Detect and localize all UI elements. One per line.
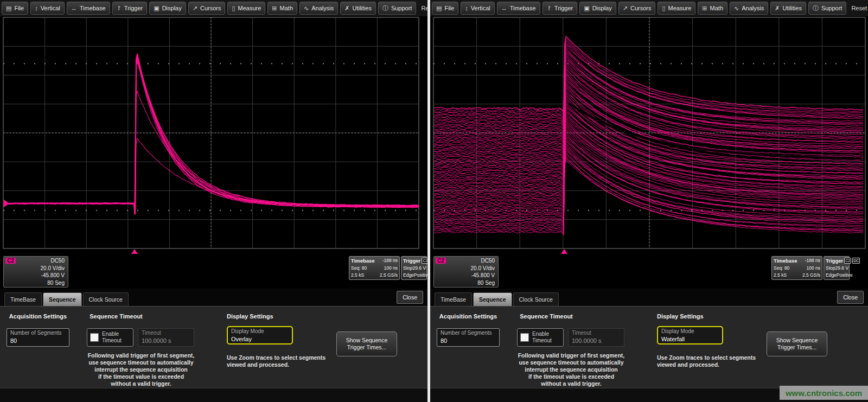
menu-button-math[interactable]: ⊞Math [698,2,727,15]
timebase-descriptor[interactable]: Timebase-188 ns Seq: 80100 ns 2.5 kS2.5 … [771,256,822,280]
menu-button-measure[interactable]: ▯Measure [227,2,265,15]
close-button[interactable]: Close [397,291,423,304]
menu-button-label: Vertical [471,5,490,11]
close-button[interactable]: Close [837,291,864,304]
menu-button-timebase[interactable]: ↔Timebase [67,2,110,15]
menu-button-utilities[interactable]: ✗Utilities [770,2,806,15]
menu-button-label: Math [280,5,293,11]
trigger-position-marker[interactable] [561,249,567,254]
display-mode-select[interactable]: Display Mode Overlay [227,326,293,344]
trigger-descriptor[interactable]: TriggerC2DC Stop29.6 V EdgePositive [824,256,850,280]
menu-button-file[interactable]: ▤File [2,2,28,15]
tab-timebase[interactable]: TimeBase [435,292,472,306]
menu-button-support[interactable]: ⓘSupport [808,2,847,15]
number-of-segments-field[interactable]: Number of Segments 80 [437,328,500,347]
menu-items: ▤File↕Vertical↔Timebase↾Trigger▣Display↗… [2,2,416,15]
cursors-icon: ↗ [623,5,628,12]
show-sequence-trigger-times-button[interactable]: Show Sequence Trigger Times... [336,331,397,356]
tab-clock-source[interactable]: Clock Source [83,292,129,306]
menu-button-label: Analysis [742,5,764,11]
sequence-timeout-header: Sequence Timeout [516,313,577,320]
math-icon: ⊞ [272,5,277,12]
menu-button-vertical[interactable]: ↕Vertical [461,2,495,15]
menu-button-file[interactable]: ▤File [432,2,458,15]
channel-descriptor[interactable]: C2 DC50 20.0 V/div -45.800 V 80 Seg [3,256,68,288]
number-of-segments-field[interactable]: Number of Segments 80 [7,328,69,347]
tab-timebase[interactable]: TimeBase [4,292,42,306]
menu-button-measure[interactable]: ▯Measure [658,2,695,15]
trigger-slope: Positive [414,272,427,279]
timeout-field-value: 100.0000 s [142,337,190,344]
menu-button-label: Measure [668,5,692,11]
tab-clock-source[interactable]: Clock Source [513,292,559,306]
acquisition-settings-header: Acquisition Settings [436,313,501,320]
oscilloscope-app: ▤File↕Vertical↔Timebase↾Trigger▣Display↗… [0,0,868,402]
measure-icon: ▯ [232,5,235,12]
show-sequence-trigger-times-button[interactable]: Show Sequence Trigger Times... [767,331,827,356]
trigger-mode: Stop [403,265,413,272]
enable-timeout-label: Enable Timeout [532,331,560,344]
trigger-level: 29.6 V [835,265,849,272]
timebase-label: Timebase [774,257,797,264]
reset-button[interactable]: Reset [848,5,868,11]
menu-button-cursors[interactable]: ↗Cursors [618,2,656,15]
menu-button-timebase[interactable]: ↔Timebase [497,2,540,15]
channel-offset: -45.800 V [41,272,65,279]
timeout-field-label: Timeout [142,330,190,336]
timeout-field: Timeout 100.0000 s [138,328,194,347]
menu-button-vertical[interactable]: ↕Vertical [30,2,65,15]
display-mode-label: Display Mode [231,328,289,335]
waveform-trace [434,54,863,129]
menu-button-analysis[interactable]: ∿Analysis [299,2,338,15]
file-icon: ▤ [436,5,442,12]
tab-sequence[interactable]: Sequence [43,292,82,306]
trigger-type: Edge [403,272,414,279]
menu-button-analysis[interactable]: ∿Analysis [730,2,768,15]
channel-descriptor[interactable]: C2 DC50 20.0 V/div -45.800 V 80 Seg [433,256,499,288]
timebase-seq: Seq: 80 [774,265,789,272]
menu-button-label: Vertical [41,5,60,11]
support-icon: ⓘ [813,4,819,12]
menu-button-label: File [14,5,24,11]
menu-button-math[interactable]: ⊞Math [267,2,297,15]
trigger-label: Trigger [403,257,420,264]
display-icon: ▣ [154,5,159,12]
menu-button-trigger[interactable]: ↾Trigger [542,2,578,15]
timebase-tdiv: 100 ns [806,265,820,272]
measure-icon: ▯ [662,5,665,12]
display-mode-select[interactable]: Display Mode Waterfall [657,326,723,344]
menu-button-utilities[interactable]: ✗Utilities [340,2,376,15]
display-settings-header: Display Settings [227,313,303,320]
analysis-icon: ∿ [734,5,739,12]
waveform-display[interactable] [0,16,427,255]
menu-button-label: Display [162,5,182,11]
menu-button-display[interactable]: ▣Display [149,2,186,15]
menu-button-label: Cursors [630,5,652,11]
menu-button-label: Math [710,5,723,11]
menu-button-display[interactable]: ▣Display [579,2,616,15]
display-mode-value: Overlay [231,336,289,343]
segments-field-value: 80 [10,337,66,344]
trigger-position-marker[interactable] [131,249,138,254]
channel-badge: C2 [5,258,16,264]
timebase-tdiv: 100 ns [384,265,398,272]
reset-button[interactable]: Reset [418,5,427,11]
enable-timeout-checkbox[interactable]: Enable Timeout [87,328,133,347]
timebase-descriptor[interactable]: Timebase-188 ns Seq: 80100 ns 2.5 kS2.5 … [349,256,400,280]
enable-timeout-label: Enable Timeout [102,331,130,344]
waveform-display[interactable] [430,16,868,255]
menu-button-cursors[interactable]: ↗Cursors [188,2,226,15]
timebase-icon: ↔ [501,5,507,11]
tab-sequence[interactable]: Sequence [473,292,512,306]
trigger-mode: Stop [826,265,835,272]
menu-button-trigger[interactable]: ↾Trigger [112,2,148,15]
menu-button-support[interactable]: ⓘSupport [378,2,417,15]
timeout-note: Following valid trigger of first segment… [79,352,203,387]
segments-field-label: Number of Segments [10,330,66,336]
menu-button-label: File [444,5,454,11]
trigger-source-badge: C2 [422,258,427,264]
descriptor-strip: C2 DC50 20.0 V/div -45.800 V 80 Seg Time… [0,255,427,289]
trigger-descriptor[interactable]: TriggerC2DC Stop29.6 V EdgePositive [401,256,427,280]
enable-timeout-checkbox[interactable]: Enable Timeout [517,328,564,347]
channel-level-marker[interactable] [4,200,9,207]
